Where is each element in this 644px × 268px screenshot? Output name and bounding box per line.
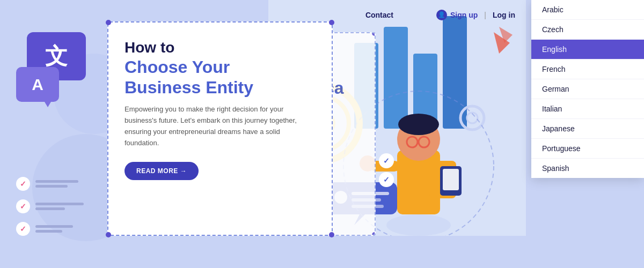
check-line [35,230,62,233]
language-item-arabic[interactable]: Arabic [531,0,644,20]
checklist-item: ✓ [16,199,84,213]
language-item-czech[interactable]: Czech [531,20,644,40]
main-content-card: How to Choose Your Business Entity Empow… [107,21,333,236]
login-button[interactable]: Log in [493,11,515,19]
check-line [35,185,68,188]
main-heading-blue: Choose Your Business Entity [125,57,253,97]
corner-dot-bl [106,232,111,237]
svg-rect-1 [384,27,408,129]
checklist-item: ✓ [16,177,84,191]
check-line [35,207,65,210]
speech-bubble-secondary: A [16,67,59,102]
check-lines [35,225,73,233]
language-item-italian[interactable]: Italian [531,99,644,119]
svg-text:✓: ✓ [383,157,390,165]
checkmark-icon: ✓ [20,202,26,211]
corner-dot-tr [372,32,376,36]
person-icon: 👤 [436,10,447,20]
check-line [35,180,78,183]
checkmark-icon: ✓ [20,180,26,188]
check-circle: ✓ [16,177,30,191]
read-more-button[interactable]: READ MORE → [125,162,199,180]
svg-point-11 [386,214,451,236]
signup-button[interactable]: 👤 Sign up [436,10,478,20]
language-item-english[interactable]: English [531,40,644,59]
check-line [35,203,84,205]
language-item-french[interactable]: French [531,59,644,79]
language-item-japanese[interactable]: Japanese [531,119,644,139]
language-item-german[interactable]: German [531,79,644,99]
nav-divider: | [484,11,486,19]
check-line [35,225,73,228]
a-char-icon: A [32,76,43,94]
checkmark-icon: ✓ [20,225,26,233]
checklist: ✓ ✓ ✓ [16,177,84,236]
language-item-spanish[interactable]: Spanish [531,159,644,178]
check-lines [35,203,84,210]
nav-contact[interactable]: Contact [365,11,393,19]
svg-text:✓: ✓ [383,175,390,184]
nav-actions: 👤 Sign up | Log in [436,10,515,20]
check-circle: ✓ [16,199,30,213]
check-circle: ✓ [16,222,30,236]
svg-point-14 [398,114,439,135]
language-item-portuguese[interactable]: Portuguese [531,139,644,159]
main-heading: How to Choose Your Business Entity [125,39,316,98]
check-lines [35,180,78,188]
svg-rect-20 [443,169,459,190]
checklist-item: ✓ [16,222,84,236]
language-dropdown: Arabic Czech English French German Itali… [531,0,644,178]
corner-dot-br [329,232,334,237]
main-description: Empowering you to make the right decisio… [125,104,316,148]
translation-icon: 文 A [16,32,102,102]
